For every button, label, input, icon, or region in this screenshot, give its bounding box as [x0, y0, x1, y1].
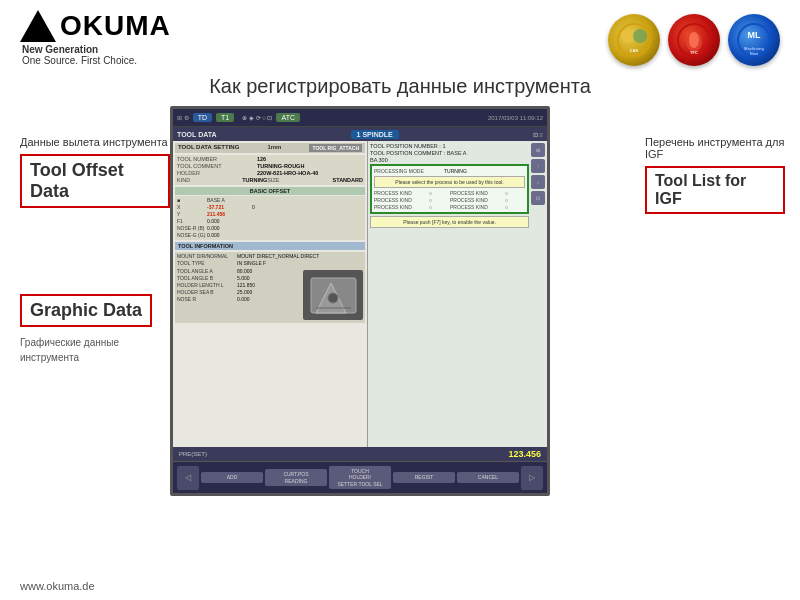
noseg-value: 0.000 [207, 232, 252, 238]
cnc-tab-td[interactable]: TD [193, 113, 212, 122]
pos-comment-row: TOOL POSITION COMMENT : BASE A [370, 150, 529, 156]
svg-text:TFC: TFC [690, 50, 698, 55]
holder-row: HOLDER 220W-821-HRO-HOA-40 [177, 170, 363, 176]
tool-comment-label: TOOL COMMENT [177, 163, 257, 169]
cnc-title-bar: TOOL DATA 1 SPINDLE ⊡ ≡ [173, 127, 547, 141]
select-process-msg: Please select the process to be used by … [374, 176, 525, 188]
cnc-btn-touch[interactable]: TOUCHHOLDER/SETTER TOOL SEL [329, 466, 391, 490]
basic-offset-header: BASIC OFFSET [175, 187, 365, 195]
screen-container: ⊞ ⚙ TD T1 ⊕ ◈ ⟳ ○ ⊡ ATC 2017/03/03 11:09… [170, 106, 635, 496]
seal-row: HOLDER SEA B 25.000 [177, 289, 299, 295]
right-panel-content: TOOL POSITION NUMBER : 1 TOOL POSITION C… [370, 143, 529, 230]
cnc-nav-left-btn[interactable]: ◁ [177, 466, 199, 490]
angle-a-row: TOOL ANGLE A 80.000 [177, 268, 299, 274]
pos-number-label: TOOL POSITION NUMBER : [370, 143, 442, 149]
cnc-bottom-bar: ◁ ADD CURT.POSREADING TOUCHHOLDER/SETTER… [173, 461, 547, 493]
offset-noser-row: NOSE-R (B) 0.000 [177, 225, 363, 231]
cnc-icon-area: ⊞ ⚙ [177, 114, 189, 121]
side-btn-1[interactable]: ⊞ [531, 143, 545, 157]
side-btn-4[interactable]: ⊡ [531, 191, 545, 205]
offset-section: ■ BASE A X -37.721 0 Y 211.456 [175, 196, 365, 240]
preset-label: PRE(SET) [179, 451, 207, 457]
x-value: -37.721 [207, 204, 252, 210]
angle-a-value: 80.000 [237, 268, 299, 274]
svg-text:ML: ML [748, 30, 761, 40]
tagline2: One Source. First Choice. [22, 55, 171, 66]
cnc-btn-curt-pos[interactable]: CURT.POSREADING [265, 469, 327, 486]
cnc-tabs: ⊞ ⚙ TD T1 ⊕ ◈ ⟳ ○ ⊡ ATC [177, 113, 300, 122]
y-label: Y [177, 211, 207, 217]
ba-value: 300 [379, 157, 388, 163]
select-msg-text: Please select the process to be used by … [395, 179, 503, 185]
tool-type-row: TOOL TYPE IN SINGLE F [177, 260, 363, 266]
cnc-btn-cancel[interactable]: CANCEL [457, 472, 519, 483]
x-extra: 0 [252, 204, 297, 210]
logo-okuma: OKUMA [60, 10, 171, 42]
kind-row: KIND TURNING SIZE STANDARD [177, 177, 363, 183]
seal-label: HOLDER SEA B [177, 289, 237, 295]
tool-type-value: IN SINGLE F [237, 260, 363, 266]
footer-url: www.okuma.de [20, 580, 95, 592]
pk3: PROCESS KIND○ [374, 197, 449, 203]
green-process-box: PROCESSING MODE TURNING Please select th… [370, 164, 529, 214]
kind-label: KIND [177, 177, 242, 183]
cnc-left-panel: TOOL DATA SETTING 1mm TOOL RIG_ATTACH TO… [173, 141, 368, 475]
mount-label: MOUNT DIR/NORMAL [177, 253, 237, 259]
unit-label: 1mm [267, 144, 281, 152]
cnc-btn-add[interactable]: ADD [201, 472, 263, 483]
cnc-tab-t1[interactable]: T1 [216, 113, 234, 122]
pk2: PROCESS KIND○ [450, 190, 525, 196]
logo-area: OKUMA New Generation One Source. First C… [20, 10, 171, 66]
preset-value: 123.456 [508, 449, 541, 459]
angle-b-label: TOOL ANGLE B [177, 275, 237, 281]
left-annotations: Данные вылета инструмента Tool Offset Da… [10, 106, 170, 496]
proc-mode-label: PROCESSING MODE [374, 168, 444, 174]
svg-point-2 [633, 29, 647, 43]
length-row: HOLDER LENGTH L 121.850 [177, 282, 299, 288]
right-side-buttons: ⊞ ↑ ↓ ⊡ [531, 143, 545, 230]
main-content: Данные вылета инструмента Tool Offset Da… [0, 106, 800, 496]
side-btn-3[interactable]: ↓ [531, 175, 545, 189]
side-btn-2[interactable]: ↑ [531, 159, 545, 173]
offset-noseg-row: NOSE-G (G) 0.000 [177, 232, 363, 238]
thermal-badge-icon: TFC [668, 14, 720, 66]
right-panel-header: TOOL POSITION NUMBER : 1 TOOL POSITION C… [370, 143, 545, 230]
nose-row: NOSE R 0.000 [177, 296, 299, 302]
size-value: STANDARD [333, 177, 363, 183]
svg-point-6 [689, 32, 699, 48]
right-annotations: Перечень инструмента для IGF Tool List f… [635, 106, 790, 496]
tool-offset-data-box: Tool Offset Data [20, 154, 170, 208]
tool-info-lower: TOOL ANGLE A 80.000 TOOL ANGLE B 5.000 H… [177, 268, 363, 322]
logo-text: OKUMA [20, 10, 171, 42]
cnc-btn-regist[interactable]: REGIST [393, 472, 455, 483]
tool-rig-label: TOOL RIG_ATTACH [309, 144, 362, 152]
setting-title-text: TOOL DATA SETTING [178, 144, 239, 152]
proc-mode-row: PROCESSING MODE TURNING [374, 168, 525, 174]
offset-f1-row: F1 0.000 [177, 218, 363, 224]
kind-value: TURNING [242, 177, 267, 183]
mount-row: MOUNT DIR/NORMAL MOUNT DIRECT_NORMAL DIR… [177, 253, 363, 259]
cnc-screen-title: TOOL DATA [177, 131, 217, 138]
graphic-bottom-label2: инструмента [20, 352, 170, 363]
pos-comment-value: BASE A [447, 150, 467, 156]
cnc-tab-atc[interactable]: ATC [276, 113, 299, 122]
cnc-nav-right-btn[interactable]: ▷ [521, 466, 543, 490]
holder-label: HOLDER [177, 170, 257, 176]
logo-sub: New Generation One Source. First Choice. [22, 44, 171, 66]
pk6: PROCESS KIND○ [450, 204, 525, 210]
tool-type-label: TOOL TYPE [177, 260, 237, 266]
annotation-top-label: Данные вылета инструмента [20, 136, 170, 148]
cnc-title-icons: ⊡ ≡ [533, 131, 543, 138]
cnc-tool-fields: TOOL NUMBER 126 TOOL COMMENT TURNING-ROU… [175, 155, 365, 185]
length-label: HOLDER LENGTH L [177, 282, 237, 288]
svg-point-14 [328, 293, 338, 303]
cnc-screen: ⊞ ⚙ TD T1 ⊕ ◈ ⟳ ○ ⊡ ATC 2017/03/03 11:09… [170, 106, 550, 496]
cnc-setting-title: TOOL DATA SETTING 1mm TOOL RIG_ATTACH [175, 143, 365, 153]
process-kind-grid: PROCESS KIND○ PROCESS KIND○ PROCESS KIND… [374, 190, 525, 210]
holder-value: 220W-821-HRO-HOA-40 [257, 170, 363, 176]
svg-text:Navi: Navi [750, 51, 758, 56]
cnc-icons-right: ⊕ ◈ ⟳ ○ ⊡ [242, 114, 272, 121]
tool-comment-value: TURNING-ROUGH [257, 163, 363, 169]
right-top-label: Перечень инструмента для IGF [645, 136, 785, 160]
x-label: X [177, 204, 207, 210]
